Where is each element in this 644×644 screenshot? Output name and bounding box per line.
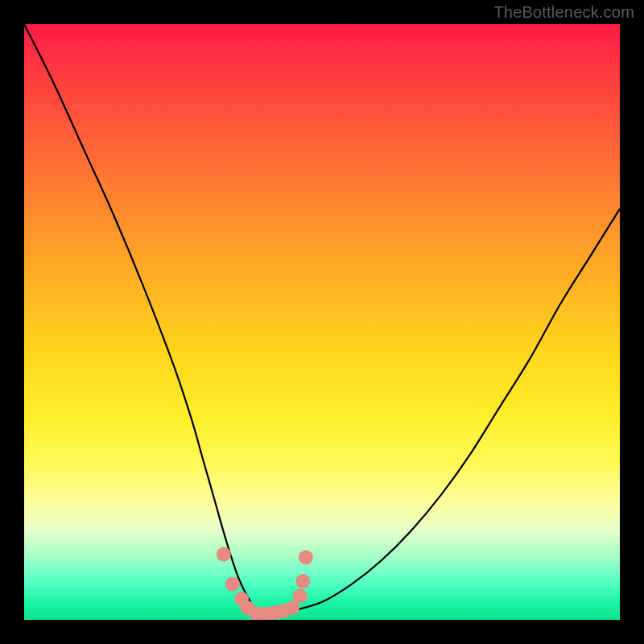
marker-dot <box>295 574 310 588</box>
marker-dot <box>293 588 308 603</box>
watermark-text: TheBottleneck.com <box>493 3 634 22</box>
marker-dot <box>225 577 240 592</box>
marker-dot <box>217 547 231 562</box>
plot-area <box>24 24 620 620</box>
bottleneck-curve-path <box>24 24 620 615</box>
marker-dot <box>285 601 299 615</box>
curve-svg <box>24 24 620 620</box>
marker-dot <box>299 550 313 564</box>
chart-frame: TheBottleneck.com <box>0 0 644 644</box>
